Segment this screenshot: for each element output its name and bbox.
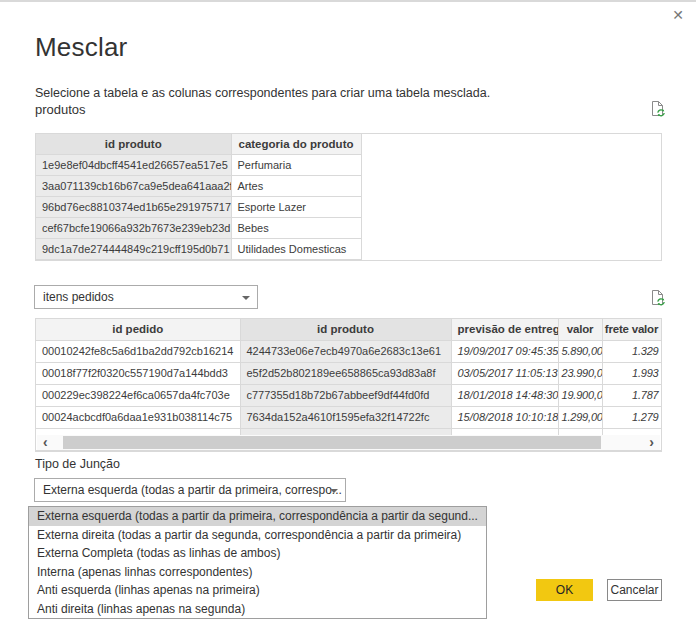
table-cell[interactable]: 03/05/2017 11:05:13 [451, 363, 558, 385]
table-cell[interactable]: c777355d18b72b67abbeef9df44fd0fd [240, 385, 451, 407]
table-row: 000229ec398224ef6ca0657da4fc703ec777355d… [36, 385, 661, 407]
table-cell[interactable]: Bebes [231, 218, 361, 239]
table-row: 00010242fe8c5a6d1ba2dd792cb162144244733e… [36, 341, 661, 363]
join-kind-select-value: Externa esquerda (todas a partir da prim… [43, 483, 342, 497]
column-header[interactable]: valor [558, 319, 602, 341]
table-cell[interactable]: 18/01/2018 14:48:30 [451, 385, 558, 407]
column-header[interactable]: id pedido [36, 319, 240, 341]
table-cell[interactable]: 19.900,00 [558, 385, 602, 407]
table-row: 1e9e8ef04dbcff4541ed26657ea517e5Perfumar… [36, 155, 361, 176]
table-cell[interactable]: 19/09/2017 09:45:35 [451, 341, 558, 363]
items-header-row: id pedidoid produtoprevisão de entregava… [36, 319, 661, 341]
table-row: 00024acbcdf0a6daa1e931b038114c757634da15… [36, 407, 661, 429]
join-kind-dropdown-list: Externa esquerda (todas a partir da prim… [28, 506, 487, 619]
column-header[interactable]: frete valor [602, 319, 661, 341]
refresh-preview-icon[interactable] [648, 99, 668, 119]
table-cell[interactable]: 00024acbcdf0a6daa1e931b038114c75 [36, 407, 240, 429]
products-table: id produtocategoria do produto 1e9e8ef04… [36, 134, 362, 260]
table-cell[interactable]: cef67bcfe19066a932b7673e239eb23d [36, 218, 231, 239]
table-cell[interactable]: 4244733e06e7ecb4970a6e2683c13e61 [240, 341, 451, 363]
join-kind-select[interactable]: Externa esquerda (todas a partir da prim… [34, 478, 346, 502]
table-row: cef67bcfe19066a932b7673e239eb23dBebes [36, 218, 361, 239]
scroll-left-icon[interactable]: ‹ [43, 435, 48, 449]
join-option[interactable]: Externa direita (todas a partir da segun… [29, 526, 486, 545]
table-cell[interactable]: 23.990,00 [558, 363, 602, 385]
close-icon[interactable]: ✕ [672, 7, 684, 23]
join-option[interactable]: Anti direita (linhas apenas na segunda) [29, 600, 486, 619]
table-cell[interactable]: 1.299,00 [558, 407, 602, 429]
table-row: 00018f77f2f0320c557190d7a144bdd3e5f2d52b… [36, 363, 661, 385]
join-option[interactable]: Externa esquerda (todas a partir da prim… [29, 507, 486, 526]
page-refresh-icon [648, 99, 668, 119]
join-option[interactable]: Externa Completa (todas as linhas de amb… [29, 544, 486, 563]
horizontal-scrollbar[interactable]: ‹ › [37, 435, 660, 450]
table-cell[interactable]: 15/08/2018 10:10:18 [451, 407, 558, 429]
column-header[interactable]: id produto [240, 319, 451, 341]
refresh-preview-icon[interactable] [648, 288, 668, 308]
join-option[interactable]: Anti esquerda (linhas apenas na primeira… [29, 581, 486, 600]
table-cell[interactable]: Utilidades Domesticas [231, 239, 361, 260]
ok-button[interactable]: OK [536, 579, 593, 601]
chevron-down-icon [330, 489, 338, 493]
table-cell[interactable]: 1e9e8ef04dbcff4541ed26657ea517e5 [36, 155, 231, 176]
table-cell[interactable]: Perfumaria [231, 155, 361, 176]
table-row: 3aa071139cb16b67ca9e5dea641aaa2fArtes [36, 176, 361, 197]
table-cell[interactable]: 00010242fe8c5a6d1ba2dd792cb16214 [36, 341, 240, 363]
scrollbar-thumb[interactable] [63, 436, 601, 449]
table-cell[interactable]: e5f2d52b802189ee658865ca93d83a8f [240, 363, 451, 385]
items-preview-grid: id pedidoid produtoprevisão de entregava… [35, 318, 662, 452]
second-table-select[interactable]: itens pedidos [34, 285, 258, 309]
column-header[interactable]: categoria do produto [231, 134, 361, 155]
products-preview-grid: id produtocategoria do produto 1e9e8ef04… [35, 133, 662, 261]
join-option[interactable]: Interna (apenas linhas correspondentes) [29, 563, 486, 582]
table-row: 9dc1a7de274444849c219cff195d0b71Utilidad… [36, 239, 361, 260]
table-cell[interactable]: 1.787 [602, 385, 661, 407]
page-refresh-icon [648, 288, 668, 308]
table-cell[interactable]: 7634da152a4610f1595efa32f14722fc [240, 407, 451, 429]
table-row: 96bd76ec8810374ed1b65e291975717fEsporte … [36, 197, 361, 218]
cancel-button[interactable]: Cancelar [607, 579, 662, 601]
table-cell[interactable]: 5.890,00 [558, 341, 602, 363]
table-cell[interactable]: 00018f77f2f0320c557190d7a144bdd3 [36, 363, 240, 385]
table-cell[interactable]: Esporte Lazer [231, 197, 361, 218]
merge-dialog: ✕ Mesclar Selecione a tabela e as coluna… [0, 0, 696, 626]
chevron-down-icon [242, 296, 250, 300]
table-cell[interactable]: Artes [231, 176, 361, 197]
join-kind-label: Tipo de Junção [35, 457, 120, 471]
table-cell[interactable]: 9dc1a7de274444849c219cff195d0b71 [36, 239, 231, 260]
table-cell[interactable]: 96bd76ec8810374ed1b65e291975717f [36, 197, 231, 218]
dialog-subtitle: Selecione a tabela e as colunas correspo… [35, 86, 490, 100]
scroll-right-icon[interactable]: › [649, 435, 654, 449]
column-header[interactable]: id produto [36, 134, 231, 155]
table-cell[interactable]: 1.993 [602, 363, 661, 385]
second-table-select-value: itens pedidos [43, 290, 114, 304]
table-cell[interactable]: 000229ec398224ef6ca0657da4fc703e [36, 385, 240, 407]
table-cell[interactable]: 3aa071139cb16b67ca9e5dea641aaa2f [36, 176, 231, 197]
table-cell[interactable]: 1.329 [602, 341, 661, 363]
page-title: Mesclar [35, 32, 127, 63]
first-table-label: produtos [35, 102, 86, 117]
column-header[interactable]: previsão de entrega [451, 319, 558, 341]
products-header-row: id produtocategoria do produto [36, 134, 361, 155]
table-cell[interactable]: 1.279 [602, 407, 661, 429]
items-table: id pedidoid produtoprevisão de entregava… [36, 319, 662, 451]
